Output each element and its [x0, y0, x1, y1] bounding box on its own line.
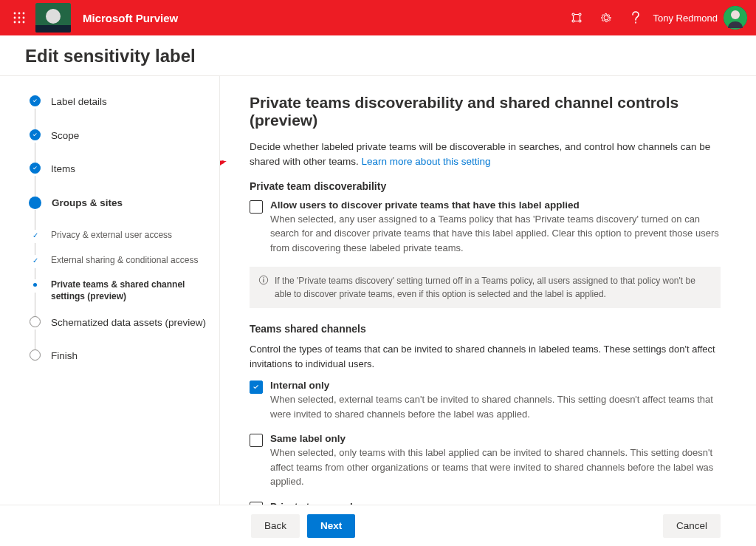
settings-icon[interactable] — [591, 0, 621, 35]
cancel-button[interactable]: Cancel — [663, 514, 721, 538]
svg-point-8 — [23, 21, 25, 24]
svg-point-10 — [46, 9, 61, 24]
checkbox-description: When selected, external teams can't be i… — [270, 392, 721, 421]
svg-point-7 — [18, 21, 21, 24]
svg-point-2 — [23, 13, 25, 15]
checkbox-discover-private-teams[interactable] — [250, 200, 263, 214]
svg-point-5 — [23, 17, 25, 19]
info-note-discovery: If the 'Private teams discovery' setting… — [250, 267, 721, 308]
svg-point-17 — [263, 277, 264, 279]
check-icon — [30, 163, 41, 174]
flow-icon[interactable] — [562, 0, 591, 35]
step-items[interactable]: Items — [30, 163, 209, 197]
next-button[interactable]: Next — [307, 514, 355, 538]
svg-line-14 — [220, 162, 224, 182]
brand-image — [35, 3, 71, 33]
app-header: Microsoft Purview Tony Redmond — [0, 0, 756, 35]
current-step-dot — [29, 197, 41, 209]
svg-point-3 — [14, 17, 16, 19]
svg-point-0 — [14, 13, 16, 15]
intro-text: Decide whether labeled private teams wil… — [250, 140, 721, 170]
step-schematized[interactable]: Schematized data assets (preview) — [30, 316, 209, 350]
back-button[interactable]: Back — [251, 514, 300, 538]
help-icon[interactable] — [621, 0, 650, 35]
svg-point-1 — [18, 13, 21, 15]
checkbox-description: When selected, only teams with this labe… — [270, 446, 721, 489]
empty-step-dot — [30, 349, 41, 361]
checkbox-label: Internal only — [270, 380, 721, 391]
shared-channels-desc: Control the types of teams that can be i… — [250, 342, 721, 371]
checkbox-label: Allow users to discover private teams th… — [270, 199, 721, 211]
shared-channels-heading: Teams shared channels — [250, 323, 721, 335]
checkbox-internal-only[interactable] — [250, 381, 263, 394]
checkbox-label: Same label only — [270, 433, 721, 444]
empty-step-dot — [30, 316, 41, 327]
checkbox-same-label-only[interactable] — [250, 434, 263, 447]
checkbox-description: When selected, any user assigned to a Te… — [270, 212, 721, 256]
step-groups-sites[interactable]: Groups & sites — [30, 197, 209, 231]
discoverability-heading: Private team discoverability — [250, 180, 721, 192]
svg-point-6 — [14, 21, 16, 24]
svg-point-4 — [18, 17, 21, 19]
wizard-footer: Back Next Cancel — [0, 505, 756, 546]
step-scope[interactable]: Scope — [30, 129, 209, 163]
annotation-arrow — [220, 153, 235, 190]
substep-private-teams[interactable]: Private teams & shared channel settings … — [30, 279, 209, 315]
svg-point-13 — [731, 10, 740, 19]
check-icon — [30, 95, 41, 106]
bullet-icon — [30, 279, 41, 290]
check-mini-icon: ✓ — [30, 255, 41, 266]
check-mini-icon: ✓ — [30, 230, 41, 241]
check-icon — [30, 129, 41, 140]
learn-more-link[interactable]: Learn more about this setting — [362, 156, 491, 167]
step-label-details[interactable]: Label details — [30, 95, 209, 129]
main-content: Private teams discoverability and shared… — [220, 76, 756, 505]
substep-privacy[interactable]: ✓ Privacy & external user access — [30, 230, 209, 255]
section-heading: Private teams discoverability and shared… — [250, 94, 721, 129]
avatar[interactable] — [724, 6, 747, 30]
svg-rect-16 — [263, 279, 264, 282]
svg-rect-11 — [35, 25, 71, 33]
info-icon — [258, 275, 269, 285]
substep-external-sharing[interactable]: ✓ External sharing & conditional access — [30, 255, 209, 280]
app-launcher-icon[interactable] — [6, 4, 32, 31]
user-name[interactable]: Tony Redmond — [653, 13, 718, 24]
app-title: Microsoft Purview — [83, 12, 178, 24]
page-title: Edit sensitivity label — [0, 35, 756, 75]
step-finish[interactable]: Finish — [30, 349, 209, 383]
wizard-steps: Label details Scope Items Groups & sites… — [0, 76, 220, 505]
